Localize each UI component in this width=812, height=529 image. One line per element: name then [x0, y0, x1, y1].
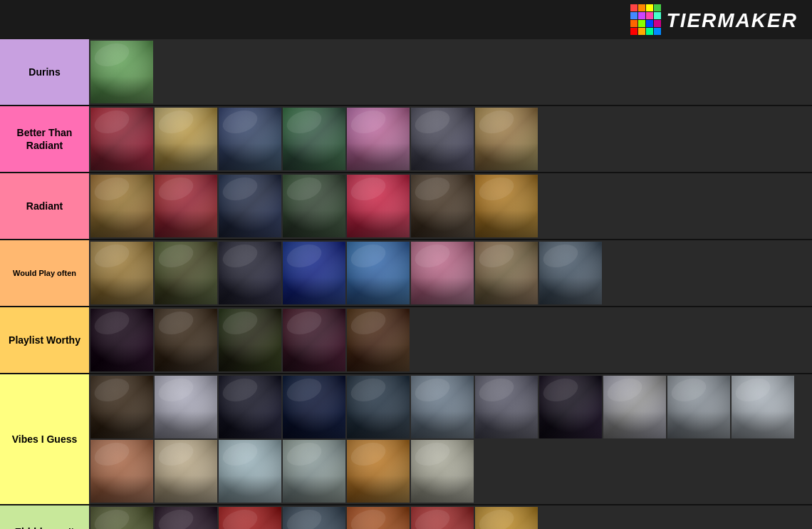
logo-cell-13 [638, 28, 645, 35]
logo-cell-5 [638, 12, 645, 19]
tier-item-playlist-worthy-2 [219, 309, 281, 371]
tier-row-playlist-worthy: Playlist Worthy [0, 307, 812, 374]
tier-item-ehhhh-6 [475, 507, 538, 529]
logo-text: TiERMAKER [667, 6, 798, 33]
tier-item-vibes-0 [90, 376, 153, 438]
tier-item-vibes-3 [283, 376, 345, 438]
tier-item-vibes-14 [283, 440, 345, 503]
tier-item-better-than-radiant-3 [283, 108, 345, 170]
tier-item-ehhhh-1 [155, 507, 217, 529]
logo-cell-8 [630, 20, 637, 27]
logo-cell-14 [646, 28, 653, 35]
tier-item-vibes-16 [411, 440, 474, 503]
header: TiERMAKER [0, 0, 812, 39]
tier-item-better-than-radiant-5 [411, 108, 474, 170]
tier-item-vibes-5 [411, 376, 474, 438]
tier-item-better-than-radiant-4 [347, 108, 410, 170]
tier-item-ehhhh-0 [90, 507, 153, 529]
tier-item-better-than-radiant-6 [475, 108, 538, 170]
tier-row-vibes: Vibes I Guess [0, 374, 812, 505]
logo-cell-2 [646, 4, 653, 11]
tier-item-vibes-10 [732, 376, 794, 438]
tier-item-radiant-5 [411, 175, 474, 237]
tier-row-ehhhh: Ehhhh won't Listen to again [0, 505, 812, 529]
tier-item-vibes-12 [155, 440, 217, 503]
tier-items-playlist-worthy [89, 307, 812, 373]
tier-item-would-play-4 [347, 242, 410, 304]
tier-item-vibes-7 [539, 376, 602, 438]
logo-cell-10 [646, 20, 653, 27]
tier-item-vibes-4 [347, 376, 410, 438]
tier-item-would-play-7 [539, 242, 602, 304]
tier-item-ehhhh-4 [347, 507, 410, 529]
tier-item-playlist-worthy-4 [347, 309, 410, 371]
tier-item-playlist-worthy-1 [155, 309, 217, 371]
tier-item-would-play-2 [219, 242, 281, 304]
logo-cell-11 [654, 20, 661, 27]
tier-label-better-than-radiant: Better Than Radiant [0, 106, 89, 172]
tier-item-ehhhh-5 [411, 507, 474, 529]
tier-item-vibes-15 [347, 440, 410, 503]
tier-label-playlist-worthy: Playlist Worthy [0, 307, 89, 373]
tier-item-better-than-radiant-0 [90, 108, 153, 170]
logo-cell-7 [654, 12, 661, 19]
tier-item-vibes-2 [219, 376, 281, 438]
tier-items-durins [89, 39, 812, 105]
tier-label-durins: Durins [0, 39, 89, 105]
tier-label-vibes: Vibes I Guess [0, 374, 89, 504]
tier-item-radiant-3 [283, 175, 345, 237]
logo-grid-icon [630, 4, 661, 35]
logo-cell-6 [646, 12, 653, 19]
tier-item-better-than-radiant-2 [219, 108, 281, 170]
tier-item-ehhhh-3 [283, 507, 345, 529]
tier-label-ehhhh: Ehhhh won't Listen to again [0, 505, 89, 529]
tier-item-radiant-6 [475, 175, 538, 237]
tier-row-radiant: Radiant [0, 173, 812, 240]
tier-item-vibes-9 [667, 376, 730, 438]
tier-item-would-play-0 [90, 242, 153, 304]
tier-row-better-than-radiant: Better Than Radiant [0, 106, 812, 173]
tier-item-vibes-8 [603, 376, 666, 438]
tier-row-would-play: Would Play often [0, 240, 812, 307]
tier-item-radiant-4 [347, 175, 410, 237]
tier-item-radiant-0 [90, 175, 153, 237]
tier-item-vibes-6 [475, 376, 538, 438]
tier-item-durins-0 [90, 41, 153, 103]
tier-item-vibes-13 [219, 440, 281, 503]
logo-cell-3 [654, 4, 661, 11]
logo-cell-9 [638, 20, 645, 27]
logo-cell-1 [638, 4, 645, 11]
tier-item-ehhhh-2 [219, 507, 281, 529]
tier-items-would-play [89, 240, 812, 306]
tier-item-playlist-worthy-3 [283, 309, 345, 371]
tier-label-radiant: Radiant [0, 173, 89, 239]
tier-item-playlist-worthy-0 [90, 309, 153, 371]
tier-item-would-play-5 [411, 242, 474, 304]
tiermaker-logo: TiERMAKER [630, 4, 798, 35]
tier-item-radiant-2 [219, 175, 281, 237]
tier-row-durins: Durins [0, 39, 812, 106]
tier-item-vibes-1 [155, 376, 217, 438]
tier-table: DurinsBetter Than RadiantRadiantWould Pl… [0, 39, 812, 529]
tier-item-would-play-1 [155, 242, 217, 304]
tier-item-vibes-11 [90, 440, 153, 503]
tier-items-better-than-radiant [89, 106, 812, 172]
tier-items-ehhhh [89, 505, 812, 529]
tier-items-radiant [89, 173, 812, 239]
tier-item-would-play-6 [475, 242, 538, 304]
tier-label-would-play: Would Play often [0, 240, 89, 306]
logo-cell-15 [654, 28, 661, 35]
tier-item-radiant-1 [155, 175, 217, 237]
logo-cell-4 [630, 12, 637, 19]
logo-cell-12 [630, 28, 637, 35]
tier-item-better-than-radiant-1 [155, 108, 217, 170]
logo-cell-0 [630, 4, 637, 11]
tier-item-would-play-3 [283, 242, 345, 304]
tier-items-vibes [89, 374, 812, 504]
